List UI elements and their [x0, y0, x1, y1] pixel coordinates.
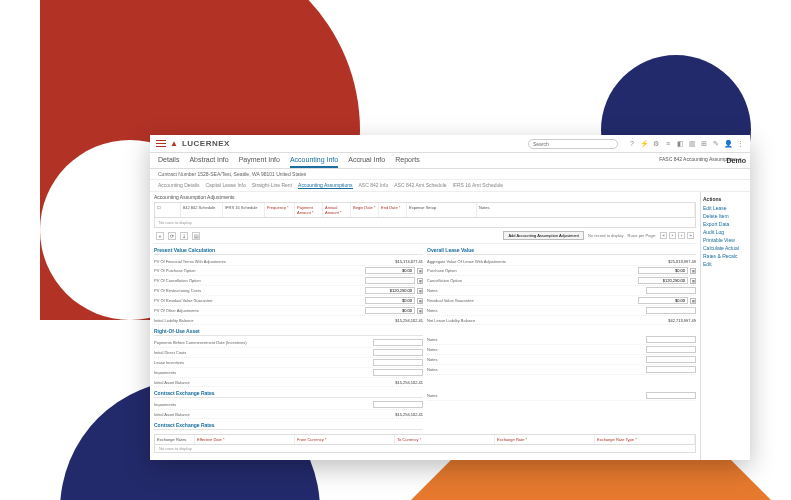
section-olv: Overall Lease Value [427, 247, 696, 255]
sidebar-item-print[interactable]: Printable View [703, 236, 748, 244]
rates-col-type[interactable]: Exchange Rate Type * [595, 435, 695, 444]
tabs-primary: Details Abstract Info Payment Info Accou… [150, 153, 750, 169]
tab-abstract[interactable]: Abstract Info [189, 156, 228, 168]
sidebar-item-delete[interactable]: Delete Item [703, 212, 748, 220]
pv-purchase-input[interactable] [365, 267, 415, 274]
layout1-icon[interactable]: ◧ [676, 140, 684, 148]
col-842[interactable]: 842 842 Schedule [181, 203, 223, 217]
sidebar-item-audit[interactable]: Audit Log [703, 228, 748, 236]
subtab-details[interactable]: Accounting Details [158, 182, 199, 189]
more-icon[interactable]: ⋮ [736, 140, 744, 148]
rnote-input[interactable] [646, 336, 696, 343]
add-icon[interactable]: + [156, 232, 164, 240]
page-next-icon[interactable]: › [678, 232, 685, 239]
rnote-input[interactable] [646, 346, 696, 353]
subtab-842amt[interactable]: ASC 842 Amt Schedule [394, 182, 446, 189]
calc-icon[interactable]: ▦ [690, 268, 696, 274]
sidebar-item-edit[interactable]: Edit [703, 260, 748, 268]
page-last-icon[interactable]: » [687, 232, 694, 239]
col-ifrs[interactable]: IFRS 16 Schedule [223, 203, 265, 217]
rates-grid-empty: No rows to display [154, 445, 696, 453]
subtab-slr[interactable]: Straight-Line Rent [252, 182, 292, 189]
col-payment[interactable]: Payment Amount * [295, 203, 323, 217]
refresh-icon[interactable]: ⟳ [168, 232, 176, 240]
sidebar-item-editlease[interactable]: Edit Lease [703, 204, 748, 212]
rou-impairments-input[interactable] [373, 369, 423, 376]
pv-residual-input[interactable] [365, 297, 415, 304]
olv-cancel-input[interactable] [638, 277, 688, 284]
adjustments-title: Accounting Assumption Adjustments [154, 192, 696, 202]
section-rou: Right-Of-Use Asset [154, 328, 423, 336]
tab-details[interactable]: Details [158, 156, 179, 168]
layout2-icon[interactable]: ▥ [688, 140, 696, 148]
tab-payment[interactable]: Payment Info [239, 156, 280, 168]
export-icon[interactable]: ⤓ [180, 232, 188, 240]
tab-accrual[interactable]: Accrual Info [348, 156, 385, 168]
titlebar: ▲ LUCERNEX ? ⚡ ⚙ ≡ ◧ ▥ ⊞ ✎ 👤 ⋮ [150, 135, 750, 153]
add-adjustment-button[interactable]: Add Accounting Assumption Adjustment [503, 231, 584, 240]
grid-icon[interactable]: ⊞ [700, 140, 708, 148]
calc-icon[interactable]: ▦ [690, 278, 696, 284]
demo-badge: Demo [727, 157, 746, 164]
tab-accounting[interactable]: Accounting Info [290, 156, 338, 168]
calc-icon[interactable]: ▦ [417, 268, 423, 274]
calc-icon[interactable]: ▦ [417, 278, 423, 284]
rates-col-date[interactable]: Effective Date * [195, 435, 295, 444]
page-prev-icon[interactable]: ‹ [669, 232, 676, 239]
pv-cancel-input[interactable] [365, 277, 415, 284]
subtab-ifrs[interactable]: IFRS 16 Amt Schedule [453, 182, 504, 189]
rnote-input[interactable] [646, 356, 696, 363]
menu-icon[interactable] [156, 139, 166, 149]
calc-icon[interactable]: ▦ [417, 308, 423, 314]
subtab-capital[interactable]: Capital Lease Info [205, 182, 245, 189]
logo-text: LUCERNEX [182, 139, 230, 148]
pager: « ‹ › » [660, 232, 694, 239]
toolbar-status: No record to display [588, 233, 624, 238]
col-expense[interactable]: Expense Setup [407, 203, 477, 217]
rou-direct-input[interactable] [373, 349, 423, 356]
rou-payments-input[interactable] [373, 339, 423, 346]
rnote-single-input[interactable] [646, 392, 696, 399]
rates-grid-header: Exchange Rates Effective Date * From Cur… [154, 434, 696, 445]
section-pv: Present Value Calculation [154, 247, 423, 255]
col-freq[interactable]: Frequency * [265, 203, 295, 217]
tab-reports[interactable]: Reports [395, 156, 420, 168]
calc-icon[interactable]: ▦ [417, 288, 423, 294]
subtab-assumptions[interactable]: Accounting Assumptions [298, 182, 352, 189]
col-check[interactable]: ☐ [155, 203, 181, 217]
gear-icon[interactable]: ⚙ [652, 140, 660, 148]
rows-per-page-label: Rows per Page: [628, 233, 656, 238]
calc-icon[interactable]: ▦ [690, 298, 696, 304]
pv-row-label: PV Of Financial Terms With Adjustments [154, 259, 226, 264]
olv-purchase-input[interactable] [638, 267, 688, 274]
pv-restructure-input[interactable] [365, 287, 415, 294]
sidebar-item-export[interactable]: Export Data [703, 220, 748, 228]
edit-icon[interactable]: ✎ [712, 140, 720, 148]
calc-icon[interactable]: ▦ [417, 298, 423, 304]
list-icon[interactable]: ≡ [664, 140, 672, 148]
search-input[interactable] [528, 139, 618, 149]
col-end[interactable]: End Date * [379, 203, 407, 217]
col-notes[interactable]: Notes [477, 203, 695, 217]
sidebar-item-calc[interactable]: Calculate Actual [703, 244, 748, 252]
olv-residual-input[interactable] [638, 297, 688, 304]
sidebar-item-rates[interactable]: Rates & Recalc [703, 252, 748, 260]
olv-notes2-input[interactable] [646, 307, 696, 314]
col-annual[interactable]: Annual Amount * [323, 203, 351, 217]
rou-incentives-input[interactable] [373, 359, 423, 366]
help-icon[interactable]: ? [628, 140, 636, 148]
olv-notes1-input[interactable] [646, 287, 696, 294]
pv-other-input[interactable] [365, 307, 415, 314]
rates-col-rate[interactable]: Exchange Rate * [495, 435, 595, 444]
bolt-icon[interactable]: ⚡ [640, 140, 648, 148]
page-first-icon[interactable]: « [660, 232, 667, 239]
user-icon[interactable]: 👤 [724, 140, 732, 148]
columns-icon[interactable]: ▤ [192, 232, 200, 240]
top-icons: ? ⚡ ⚙ ≡ ◧ ▥ ⊞ ✎ 👤 ⋮ [628, 140, 744, 148]
rnote-input[interactable] [646, 366, 696, 373]
cer-impairments-input[interactable] [373, 401, 423, 408]
col-begin[interactable]: Begin Date * [351, 203, 379, 217]
subtab-842info[interactable]: ASC 842 Info [359, 182, 389, 189]
rates-col-from[interactable]: From Currency * [295, 435, 395, 444]
rates-col-to[interactable]: To Currency * [395, 435, 495, 444]
